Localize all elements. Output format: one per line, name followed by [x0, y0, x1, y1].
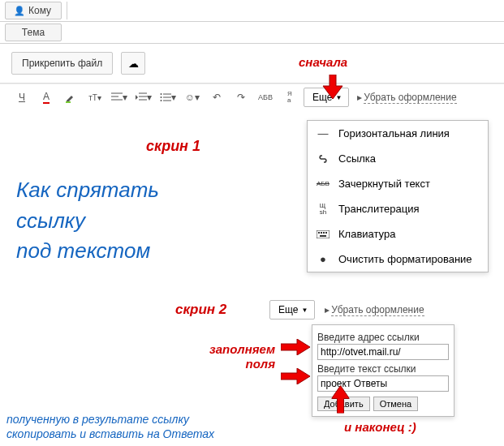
attach-label: Прикрепить файл	[22, 58, 102, 69]
to-input[interactable]	[67, 2, 499, 19]
svg-rect-16	[323, 232, 325, 234]
to-label: 👤 Кому	[5, 2, 62, 19]
annotation-finally: и наконец :)	[344, 420, 416, 434]
cloud-icon: ☁	[128, 58, 139, 70]
to-row: 👤 Кому	[0, 0, 504, 22]
list-button[interactable]: ▾	[157, 88, 179, 107]
text-color-button[interactable]: А	[36, 88, 57, 107]
translit-small-button[interactable]: Яа	[279, 88, 300, 107]
dropdown-keyboard-label: Клавиатура	[338, 228, 395, 240]
subject-row: Тема	[0, 22, 504, 44]
screen1-label: скрин 1	[146, 138, 200, 155]
svg-rect-14	[318, 232, 320, 234]
url-label: Введите адрес ссылки	[317, 332, 449, 343]
text-label: Введите текст ссылки	[317, 363, 449, 375]
remove-format-link-2[interactable]: ▸ Убрать оформление	[325, 304, 424, 316]
svg-point-8	[161, 96, 162, 98]
caret-down-icon-2: ▼	[301, 307, 308, 314]
remove-tri: ▸	[357, 92, 362, 103]
main-heading: Как спрятать ссылку под текстом	[16, 175, 159, 267]
cloud-attach-button[interactable]: ☁	[121, 52, 145, 75]
screen2-area: Еще ▼ ▸ Убрать оформление Введите адрес …	[269, 300, 480, 417]
strike-icon: АБВ	[316, 180, 330, 187]
align-button[interactable]: ▾	[109, 88, 130, 107]
dropdown-clear-label: Очистить форматирование	[338, 253, 472, 265]
svg-point-7	[161, 93, 162, 95]
remove-tri-2: ▸	[325, 304, 330, 315]
annotation-first: сначала	[299, 55, 347, 69]
dropdown-clear[interactable]: ● Очистить форматирование	[308, 247, 488, 272]
remove-fmt-text-2: Убрать оформление	[331, 304, 424, 316]
bottom-note: полученную в результате ссылку скопирова…	[6, 412, 214, 441]
arrow-fill1-icon	[281, 339, 310, 358]
dropdown-link[interactable]: Ссылка	[308, 146, 488, 171]
highlight-button[interactable]	[60, 88, 81, 107]
attach-button[interactable]: Прикрепить файл	[11, 52, 113, 75]
font-size-button[interactable]: тТ▾	[84, 88, 106, 107]
screen2-label: скрин 2	[175, 302, 226, 318]
dropdown-link-label: Ссылка	[338, 152, 376, 165]
annotation-fill: заполняем поля	[209, 342, 275, 371]
arrow-fill2-icon	[281, 368, 310, 387]
svg-rect-0	[66, 101, 71, 103]
dropdown-keyboard[interactable]: Клавиатура	[308, 221, 488, 247]
to-label-text: Кому	[28, 5, 51, 16]
underline-button[interactable]: Ч	[11, 88, 32, 107]
remove-format-link[interactable]: ▸ Убрать оформление	[357, 92, 456, 104]
subject-label: Тема	[5, 24, 62, 41]
subject-label-text: Тема	[22, 27, 45, 38]
emoji-button[interactable]: ☺▾	[182, 88, 203, 107]
cancel-button[interactable]: Отмена	[373, 397, 418, 411]
arrow-down-icon	[321, 75, 344, 101]
clear-icon: ●	[316, 253, 330, 265]
svg-point-9	[161, 100, 162, 101]
more-label-2: Еще	[278, 304, 298, 315]
remove-fmt-text: Убрать оформление	[364, 92, 456, 104]
translit-icon: Щsh	[316, 203, 330, 214]
indent-button[interactable]: ▾	[133, 88, 154, 107]
svg-rect-17	[325, 232, 327, 234]
dropdown-translit[interactable]: Щsh Транслитерация	[308, 196, 488, 221]
redo-button[interactable]: ↷	[230, 88, 252, 107]
dropdown-strike-label: Зачеркнутый текст	[338, 178, 430, 190]
dropdown-translit-label: Транслитерация	[338, 203, 419, 215]
dropdown-strike[interactable]: АБВ Зачеркнутый текст	[308, 171, 488, 196]
editor-toolbar: Ч А тТ▾ ▾ ▾ ▾ ☺▾ ↶ ↷ АБВ Яа Еще ▼ ▸ Убра…	[0, 84, 504, 110]
keyboard-icon	[316, 230, 330, 238]
subject-input[interactable]	[67, 24, 499, 41]
undo-button[interactable]: ↶	[206, 88, 227, 107]
svg-rect-18	[320, 235, 326, 237]
svg-rect-15	[321, 232, 322, 234]
dropdown-hr[interactable]: — Горизонтальная линия	[308, 121, 488, 146]
hr-icon: —	[316, 127, 330, 139]
url-input[interactable]	[317, 344, 449, 360]
arrow-final-icon	[332, 386, 352, 414]
dropdown-hr-label: Горизонтальная линия	[338, 127, 450, 139]
person-icon: 👤	[14, 6, 25, 16]
attach-row: Прикрепить файл ☁	[0, 44, 504, 83]
more-button-2[interactable]: Еще ▼	[269, 300, 315, 319]
more-dropdown: — Горизонтальная линия Ссылка АБВ Зачерк…	[307, 120, 489, 272]
link-icon	[316, 155, 330, 163]
svg-rect-13	[317, 230, 330, 238]
strike-small-button[interactable]: АБВ	[255, 88, 276, 107]
